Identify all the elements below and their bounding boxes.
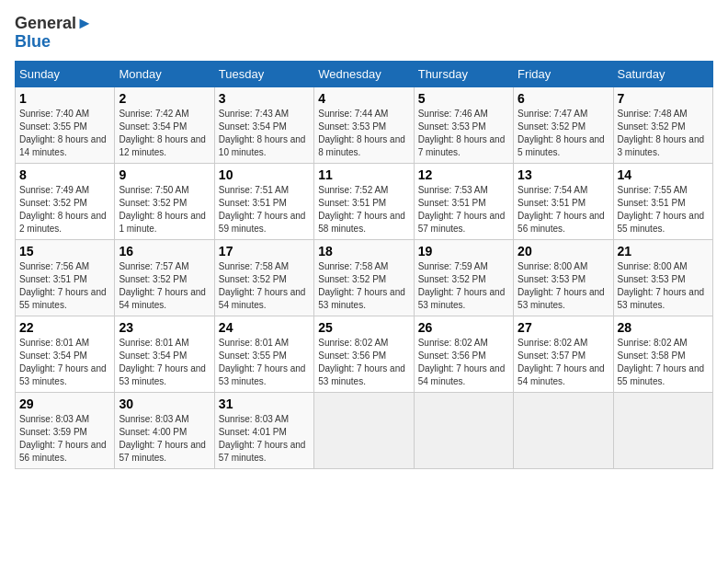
weekday-header-monday: Monday xyxy=(115,61,214,86)
calendar-cell xyxy=(613,392,712,468)
calendar-cell: 26 Sunrise: 8:02 AMSunset: 3:56 PMDaylig… xyxy=(414,316,513,392)
day-number: 8 xyxy=(19,167,110,182)
page-header: General► Blue xyxy=(15,15,713,52)
calendar-cell: 23 Sunrise: 8:01 AMSunset: 3:54 PMDaylig… xyxy=(115,316,214,392)
calendar-cell: 27 Sunrise: 8:02 AMSunset: 3:57 PMDaylig… xyxy=(514,316,613,392)
day-info: Sunrise: 7:42 AMSunset: 3:54 PMDaylight:… xyxy=(119,109,206,157)
day-info: Sunrise: 8:03 AMSunset: 4:01 PMDaylight:… xyxy=(219,414,306,463)
day-info: Sunrise: 8:00 AMSunset: 3:53 PMDaylight:… xyxy=(618,261,705,310)
day-number: 20 xyxy=(518,244,609,259)
calendar-cell: 22 Sunrise: 8:01 AMSunset: 3:54 PMDaylig… xyxy=(16,316,115,392)
day-info: Sunrise: 7:40 AMSunset: 3:55 PMDaylight:… xyxy=(19,109,107,157)
day-info: Sunrise: 7:54 AMSunset: 3:51 PMDaylight:… xyxy=(518,185,605,234)
day-info: Sunrise: 7:47 AMSunset: 3:52 PMDaylight:… xyxy=(518,109,605,157)
day-info: Sunrise: 8:03 AMSunset: 4:00 PMDaylight:… xyxy=(119,414,206,463)
day-number: 22 xyxy=(19,320,110,335)
day-number: 3 xyxy=(219,91,310,106)
day-number: 7 xyxy=(618,91,709,106)
calendar-week-row: 8 Sunrise: 7:49 AMSunset: 3:52 PMDayligh… xyxy=(16,163,713,239)
day-info: Sunrise: 8:01 AMSunset: 3:54 PMDaylight:… xyxy=(19,338,107,386)
day-number: 26 xyxy=(418,320,509,335)
calendar-cell: 30 Sunrise: 8:03 AMSunset: 4:00 PMDaylig… xyxy=(115,392,214,468)
calendar-cell: 5 Sunrise: 7:46 AMSunset: 3:53 PMDayligh… xyxy=(414,86,513,163)
day-info: Sunrise: 8:02 AMSunset: 3:58 PMDaylight:… xyxy=(618,338,705,386)
day-number: 14 xyxy=(618,167,709,182)
calendar-cell: 6 Sunrise: 7:47 AMSunset: 3:52 PMDayligh… xyxy=(514,86,613,163)
day-info: Sunrise: 7:48 AMSunset: 3:52 PMDaylight:… xyxy=(618,109,705,157)
calendar-cell: 12 Sunrise: 7:53 AMSunset: 3:51 PMDaylig… xyxy=(414,163,513,239)
calendar-cell: 9 Sunrise: 7:50 AMSunset: 3:52 PMDayligh… xyxy=(115,163,214,239)
day-number: 31 xyxy=(219,396,310,411)
day-info: Sunrise: 7:49 AMSunset: 3:52 PMDaylight:… xyxy=(19,185,107,234)
day-info: Sunrise: 7:58 AMSunset: 3:52 PMDaylight:… xyxy=(219,261,306,310)
calendar-cell xyxy=(314,392,414,468)
calendar-cell: 31 Sunrise: 8:03 AMSunset: 4:01 PMDaylig… xyxy=(214,392,313,468)
day-number: 4 xyxy=(318,91,409,106)
day-info: Sunrise: 7:56 AMSunset: 3:51 PMDaylight:… xyxy=(19,261,107,310)
logo: General► Blue xyxy=(15,15,93,52)
day-info: Sunrise: 8:02 AMSunset: 3:56 PMDaylight:… xyxy=(318,338,405,386)
day-info: Sunrise: 8:00 AMSunset: 3:53 PMDaylight:… xyxy=(518,261,605,310)
calendar-cell xyxy=(514,392,613,468)
calendar-cell: 3 Sunrise: 7:43 AMSunset: 3:54 PMDayligh… xyxy=(214,86,313,163)
weekday-header-sunday: Sunday xyxy=(16,61,115,86)
calendar-week-row: 15 Sunrise: 7:56 AMSunset: 3:51 PMDaylig… xyxy=(16,239,713,316)
calendar-cell: 7 Sunrise: 7:48 AMSunset: 3:52 PMDayligh… xyxy=(613,86,712,163)
day-number: 5 xyxy=(418,91,509,106)
calendar-cell: 18 Sunrise: 7:58 AMSunset: 3:52 PMDaylig… xyxy=(314,239,414,316)
weekday-header-thursday: Thursday xyxy=(414,61,513,86)
day-info: Sunrise: 7:58 AMSunset: 3:52 PMDaylight:… xyxy=(318,261,405,310)
calendar-cell: 17 Sunrise: 7:58 AMSunset: 3:52 PMDaylig… xyxy=(214,239,313,316)
weekday-header-friday: Friday xyxy=(514,61,613,86)
day-info: Sunrise: 7:55 AMSunset: 3:51 PMDaylight:… xyxy=(618,185,705,234)
day-number: 10 xyxy=(219,167,310,182)
day-number: 28 xyxy=(618,320,709,335)
calendar-cell: 28 Sunrise: 8:02 AMSunset: 3:58 PMDaylig… xyxy=(613,316,712,392)
day-number: 16 xyxy=(119,244,210,259)
day-info: Sunrise: 7:51 AMSunset: 3:51 PMDaylight:… xyxy=(219,185,306,234)
day-number: 21 xyxy=(618,244,709,259)
day-info: Sunrise: 7:59 AMSunset: 3:52 PMDaylight:… xyxy=(418,261,506,310)
day-info: Sunrise: 7:43 AMSunset: 3:54 PMDaylight:… xyxy=(219,109,306,157)
calendar-cell: 20 Sunrise: 8:00 AMSunset: 3:53 PMDaylig… xyxy=(514,239,613,316)
weekday-header-tuesday: Tuesday xyxy=(214,61,313,86)
calendar-cell: 24 Sunrise: 8:01 AMSunset: 3:55 PMDaylig… xyxy=(214,316,313,392)
calendar-cell: 11 Sunrise: 7:52 AMSunset: 3:51 PMDaylig… xyxy=(314,163,414,239)
calendar-cell: 2 Sunrise: 7:42 AMSunset: 3:54 PMDayligh… xyxy=(115,86,214,163)
day-number: 6 xyxy=(518,91,609,106)
day-info: Sunrise: 8:02 AMSunset: 3:57 PMDaylight:… xyxy=(518,338,605,386)
day-info: Sunrise: 7:52 AMSunset: 3:51 PMDaylight:… xyxy=(318,185,405,234)
weekday-header-row: SundayMondayTuesdayWednesdayThursdayFrid… xyxy=(16,61,713,86)
calendar-week-row: 1 Sunrise: 7:40 AMSunset: 3:55 PMDayligh… xyxy=(16,86,713,163)
day-info: Sunrise: 8:02 AMSunset: 3:56 PMDaylight:… xyxy=(418,338,506,386)
calendar-cell: 14 Sunrise: 7:55 AMSunset: 3:51 PMDaylig… xyxy=(613,163,712,239)
day-number: 27 xyxy=(518,320,609,335)
calendar-cell: 15 Sunrise: 7:56 AMSunset: 3:51 PMDaylig… xyxy=(16,239,115,316)
day-info: Sunrise: 8:03 AMSunset: 3:59 PMDaylight:… xyxy=(19,414,107,463)
calendar-cell: 25 Sunrise: 8:02 AMSunset: 3:56 PMDaylig… xyxy=(314,316,414,392)
weekday-header-saturday: Saturday xyxy=(613,61,712,86)
day-number: 9 xyxy=(119,167,210,182)
day-number: 11 xyxy=(318,167,409,182)
day-info: Sunrise: 7:46 AMSunset: 3:53 PMDaylight:… xyxy=(418,109,506,157)
day-info: Sunrise: 8:01 AMSunset: 3:54 PMDaylight:… xyxy=(119,338,206,386)
calendar-cell: 29 Sunrise: 8:03 AMSunset: 3:59 PMDaylig… xyxy=(16,392,115,468)
day-number: 18 xyxy=(318,244,409,259)
day-number: 23 xyxy=(119,320,210,335)
day-number: 1 xyxy=(19,91,110,106)
calendar-week-row: 29 Sunrise: 8:03 AMSunset: 3:59 PMDaylig… xyxy=(16,392,713,468)
day-number: 25 xyxy=(318,320,409,335)
day-number: 30 xyxy=(119,396,210,411)
calendar-cell: 19 Sunrise: 7:59 AMSunset: 3:52 PMDaylig… xyxy=(414,239,513,316)
day-info: Sunrise: 7:57 AMSunset: 3:52 PMDaylight:… xyxy=(119,261,206,310)
calendar-cell: 21 Sunrise: 8:00 AMSunset: 3:53 PMDaylig… xyxy=(613,239,712,316)
day-info: Sunrise: 7:44 AMSunset: 3:53 PMDaylight:… xyxy=(318,109,405,157)
calendar-cell: 8 Sunrise: 7:49 AMSunset: 3:52 PMDayligh… xyxy=(16,163,115,239)
calendar-cell: 4 Sunrise: 7:44 AMSunset: 3:53 PMDayligh… xyxy=(314,86,414,163)
day-number: 12 xyxy=(418,167,509,182)
day-info: Sunrise: 7:53 AMSunset: 3:51 PMDaylight:… xyxy=(418,185,506,234)
logo-line1: General► xyxy=(15,15,93,33)
logo-text-block: General► Blue xyxy=(15,15,93,52)
day-number: 15 xyxy=(19,244,110,259)
day-info: Sunrise: 8:01 AMSunset: 3:55 PMDaylight:… xyxy=(219,338,306,386)
